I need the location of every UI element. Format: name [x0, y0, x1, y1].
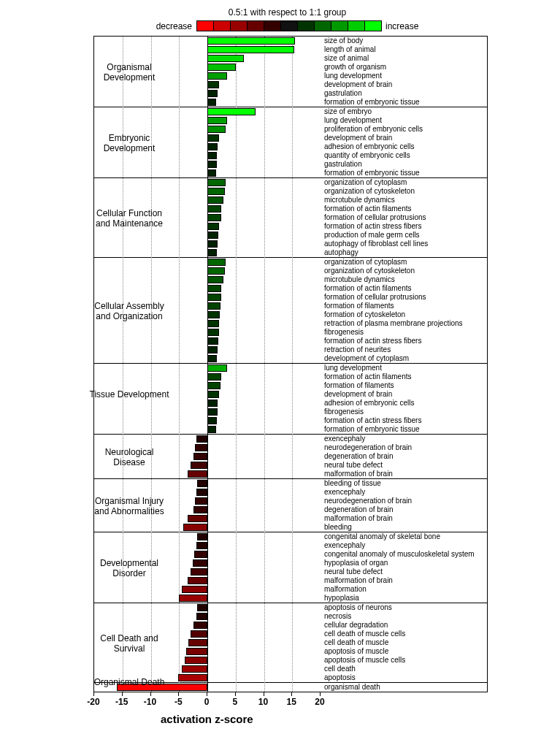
legend-swatch — [213, 20, 231, 31]
bar-label: development of brain — [324, 134, 392, 142]
bar-row: formation of actin filaments — [94, 372, 487, 381]
bar-row: gastrulation — [94, 89, 487, 98]
x-tick: -10 — [144, 697, 156, 707]
bar-row: malformation of brain — [94, 470, 487, 478]
bar-row: size of embryo — [94, 107, 487, 116]
bar-row: formation of actin stress fibers — [94, 416, 487, 425]
bar-row: length of animal — [94, 45, 487, 54]
bar — [207, 37, 295, 45]
bar-label: formation of embryonic tissue — [324, 425, 420, 434]
bar-row: organization of cytoskeleton — [94, 267, 487, 275]
legend-swatch — [280, 20, 298, 31]
bar-row: cellular degradation — [94, 621, 487, 630]
bar — [188, 515, 207, 522]
bar-row: fibrogenesis — [94, 408, 487, 416]
bar-label: organization of cytoskeleton — [324, 187, 415, 196]
bar — [207, 346, 218, 353]
bar-row: exencephaly — [94, 435, 487, 443]
bar-label: organismal death — [324, 683, 380, 692]
x-tick: 15 — [287, 697, 296, 707]
bar — [207, 320, 219, 327]
bar-label: autophagy — [324, 248, 358, 257]
bar — [207, 117, 227, 124]
bar-label: adhesion of embryonic cells — [324, 399, 414, 408]
bar — [207, 373, 221, 381]
bar-label: malformation of brain — [324, 470, 393, 478]
bar — [207, 259, 226, 266]
bar-label: formation of cytoskeleton — [324, 310, 405, 319]
bar-label: size of animal — [324, 54, 369, 63]
bar-label: neural tube defect — [324, 567, 383, 576]
bar — [207, 408, 218, 416]
bar-label: bleeding of tissue — [324, 479, 381, 488]
x-tick: 10 — [258, 697, 268, 707]
bar — [193, 559, 207, 567]
legend-swatch — [348, 20, 365, 31]
bar — [207, 400, 218, 407]
bar — [197, 480, 207, 487]
bar — [207, 249, 217, 256]
bar — [191, 462, 207, 469]
bar-row: fibrogenesis — [94, 328, 487, 337]
bar-row: lung development — [94, 364, 487, 372]
bar-label: exencephaly — [324, 488, 365, 497]
bar-label: organization of cytoplasm — [324, 258, 407, 267]
bar-label: apoptosis of muscle — [324, 647, 388, 656]
bar-label: formation of actin stress fibers — [324, 337, 421, 345]
category-label: Developmental Disorder — [89, 558, 169, 579]
bar — [207, 188, 225, 195]
bar-label: necrosis — [324, 612, 351, 621]
bar-label: formation of embryonic tissue — [324, 98, 420, 107]
bar-label: formation of cellular protrusions — [324, 213, 426, 222]
bar-row: autophagy — [94, 248, 487, 257]
bar — [182, 586, 207, 593]
bar-label: production of male germ cells — [324, 231, 420, 240]
bar-label: formation of actin filaments — [324, 284, 412, 293]
bar — [196, 489, 208, 496]
bar-row: malformation — [94, 585, 487, 594]
bar-row: autophagy of fibroblast cell lines — [94, 240, 487, 248]
bar — [207, 294, 221, 301]
legend-swatch — [314, 20, 331, 31]
x-tick: 5 — [232, 697, 237, 707]
bar — [191, 568, 207, 576]
bar-label: retraction of plasma membrane projection… — [324, 319, 463, 328]
bar-label: cell death of muscle — [324, 638, 388, 647]
legend-swatch — [264, 20, 281, 31]
bar — [179, 595, 207, 602]
bar — [207, 329, 219, 336]
bar-row: apoptosis of muscle cells — [94, 656, 487, 665]
category-label: Embryonic Development — [89, 133, 169, 154]
bar-row: organization of cytoplasm — [94, 178, 487, 187]
legend-swatch — [196, 20, 214, 31]
x-axis: -20-15-10-505101520 — [93, 692, 488, 710]
category-label: Cell Death and Survival — [89, 633, 169, 654]
bar — [207, 90, 218, 97]
bar — [207, 196, 223, 204]
bar-row: formation of actin filaments — [94, 284, 487, 293]
legend-decrease-label: decrease — [156, 21, 192, 31]
bar — [207, 364, 227, 372]
bar — [207, 205, 221, 213]
bar-label: hypoplasia of organ — [324, 559, 388, 567]
bar-label: lung development — [324, 116, 382, 125]
bar-label: neurodegeneration of brain — [324, 497, 412, 505]
category-label: Tissue Development — [89, 389, 169, 400]
bar-label: size of embryo — [324, 107, 372, 116]
bar — [196, 613, 208, 620]
bar-label: cellular degradation — [324, 621, 388, 630]
bar — [207, 302, 220, 310]
x-tick: -5 — [174, 697, 183, 707]
bar-row: congenital anomaly of skeletal bone — [94, 532, 487, 541]
bar-row: cell death — [94, 665, 487, 673]
bar-label: length of animal — [324, 45, 376, 54]
bar-row: exencephaly — [94, 541, 487, 550]
bar — [207, 134, 219, 142]
bar-label: congenital anomaly of skeletal bone — [324, 532, 440, 541]
x-tick: -15 — [115, 697, 128, 707]
bar-label: fibrogenesis — [324, 328, 364, 337]
bar-label: organization of cytoskeleton — [324, 267, 415, 275]
bar-label: apoptosis of muscle cells — [324, 656, 405, 665]
category-label: Organismal Injury and Abnormalities — [89, 496, 169, 517]
bar-row: formation of embryonic tissue — [94, 425, 487, 434]
